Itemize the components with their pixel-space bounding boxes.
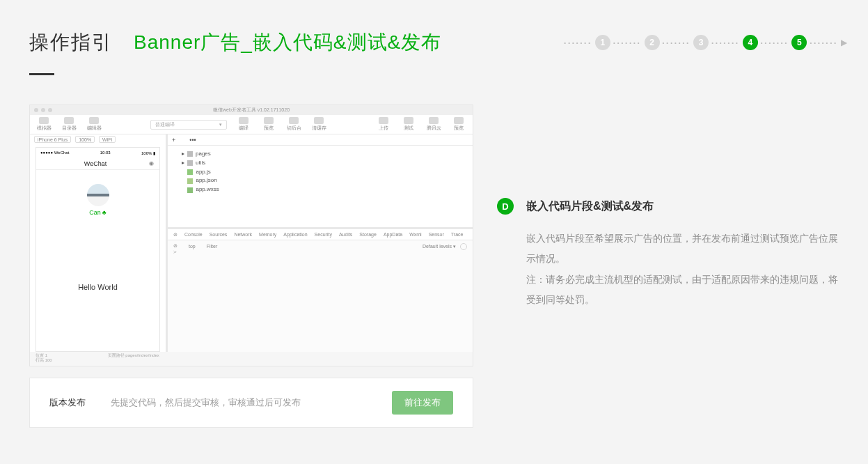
toolbar-btn-simulator[interactable]: 模拟器 [35,117,52,132]
window-titlebar: 微信web开发者工具 v1.02.1711020 [30,105,473,115]
tree-file[interactable]: app.json [182,176,466,185]
network-select[interactable]: WiFi [99,136,116,143]
folder-icon [187,151,193,157]
footer-lh: 行高 100 [35,358,52,363]
devtools-tab[interactable]: Memory [259,232,276,237]
compile-select[interactable]: 普通编译▾ [150,120,227,130]
toolbar-label: 测试 [404,125,413,132]
devtools-tab[interactable]: Sensor [429,232,444,237]
footer-path: 页面路径 pages/index/index [108,353,159,358]
new-file-button[interactable]: + [172,137,175,144]
publish-desc: 先提交代码，然后提交审核，审核通过后可发布 [111,396,367,409]
hello-text: Hello World [36,223,159,351]
settings-dot-icon[interactable] [460,243,467,250]
toolbar-label: 预览 [454,125,464,132]
devtools-tab[interactable]: Storage [359,232,377,237]
zoom-select[interactable]: 100% [75,136,95,143]
simulator-icon [39,117,49,124]
dots-icon: ••••••• [564,40,592,46]
dots-icon: ••••••• [613,40,642,46]
toolbar-label: 编辑器 [87,125,102,132]
toolbar-btn-preview[interactable]: 预览 [260,117,277,132]
ide-body: iPhone 6 Plus 100% WiFi ●●●●● WeChat 10:… [30,134,473,352]
ban-icon[interactable]: ⊘ [173,232,177,238]
devtools-tab[interactable]: Trace [451,232,464,237]
tree-label: app.json [196,176,216,185]
eye-icon [264,117,274,124]
console-context[interactable]: top [189,244,196,249]
toolbar-btn-cloud[interactable]: 腾讯云 [425,117,442,132]
profile-block: Can♣ [36,170,159,223]
tree-folder[interactable]: ▸ pages [182,150,466,159]
capsule-icon[interactable]: ◉ [149,160,154,167]
guide-label: 操作指引 [29,29,113,56]
devtools-tab[interactable]: Sources [210,232,228,237]
console-levels[interactable]: Default levels ▾ [423,244,456,249]
cloud-icon [429,117,439,124]
console-filter[interactable]: Filter [207,244,218,249]
ide-toolbar: 模拟器 目录器 编辑器 普通编译▾ 编译 预览 切后台 清缓存 上传 测试 腾讯… [30,115,473,134]
stepper: ••••••• 1 ••••••• 2 ••••••• 3 ••••••• 4 … [564,35,847,50]
tree-folder[interactable]: ▸ utils [182,159,466,168]
nav-title: WeChat [84,160,106,167]
toolbar-btn-more[interactable]: 预览 [450,117,467,132]
wxss-file-icon [187,187,193,193]
dots-icon: ••••••• [761,40,789,46]
ide-footer: 位置 1 行高 100 页面路径 pages/index/index [30,352,473,366]
explanation-block: D 嵌入代码片段&测试&发布 嵌入代码片段至希望展示广告的位置，并在发布前通过测… [497,198,839,311]
time-label: 10:03 [100,150,111,155]
step-3[interactable]: 3 [693,35,709,50]
carrier-label: ●●●●● WeChat [40,150,69,155]
toolbar-btn-cache[interactable]: 清缓存 [310,117,327,132]
publish-button[interactable]: 前往发布 [392,391,453,415]
js-file-icon [187,169,193,175]
ban-icon[interactable]: ⊘ [173,243,177,249]
tree-file[interactable]: app.js [182,168,466,177]
toolbar-btn-dirs[interactable]: 目录器 [61,117,77,132]
device-select[interactable]: iPhone 6 Plus [34,136,71,143]
toolbar-btn-bg[interactable]: 切后台 [285,117,302,132]
toolbar-btn-editor[interactable]: 编辑器 [86,117,102,132]
dots-icon: ••••••• [711,40,740,46]
editor-pane: + ••• ▸ pages ▸ utils app.js app.json ap… [168,134,473,352]
explanation-p2: 注：请务必完成主流机型的适配测试，由于适配原因带来的违规问题，将受到同等处罚。 [526,270,839,311]
tree-label: app.wxss [196,185,219,194]
step-5[interactable]: 5 [791,35,807,50]
step-2[interactable]: 2 [645,35,660,50]
toolbar-label: 预览 [264,125,274,132]
toolbar-label: 清缓存 [312,125,326,132]
file-tree[interactable]: ▸ pages ▸ utils app.js app.json app.wxss [168,146,473,229]
step-badge: D [497,198,514,215]
step-4[interactable]: 4 [743,35,758,50]
more-icon [454,117,464,124]
editor-icon [89,117,99,124]
file-menu-button[interactable]: ••• [189,137,196,144]
devtools-tab[interactable]: AppData [384,232,402,237]
tree-label: utils [196,159,205,168]
devtools-tab[interactable]: Console [184,232,203,237]
explanation-header: D 嵌入代码片段&测试&发布 [497,198,839,215]
toolbar-btn-upload[interactable]: 上传 [375,117,392,132]
toolbar-btn-test[interactable]: 测试 [400,117,417,132]
devtools-tab[interactable]: Network [234,232,252,237]
dots-icon: ••••••• [663,40,691,46]
dots-icon: ••••••• [810,40,838,46]
devtools-tab[interactable]: Application [283,232,307,237]
devtools-tab[interactable]: Security [315,232,332,237]
nav-bar: WeChat ◉ [36,157,159,170]
devtools-tab[interactable]: Wxml [409,232,422,237]
page-title: Banner广告_嵌入代码&测试&发布 [134,29,441,56]
step-1[interactable]: 1 [595,35,610,50]
toolbar-btn-compile[interactable]: 编译 [235,117,252,132]
cache-icon [314,117,324,124]
test-icon [404,117,413,124]
console-body[interactable]: ⊘ top Filter Default levels ▾ > [168,240,473,352]
simulator-pane: iPhone 6 Plus 100% WiFi ●●●●● WeChat 10:… [30,134,168,352]
toolbar-label: 上传 [379,125,388,132]
publish-card: 版本发布 先提交代码，然后提交审核，审核通过后可发布 前往发布 [29,378,473,428]
toolbar-label: 腾讯云 [427,125,441,132]
avatar [87,184,109,206]
tree-file[interactable]: app.wxss [182,185,466,194]
window-title: 微信web开发者工具 v1.02.1711020 [30,107,473,114]
devtools-tab[interactable]: Audits [339,232,352,237]
